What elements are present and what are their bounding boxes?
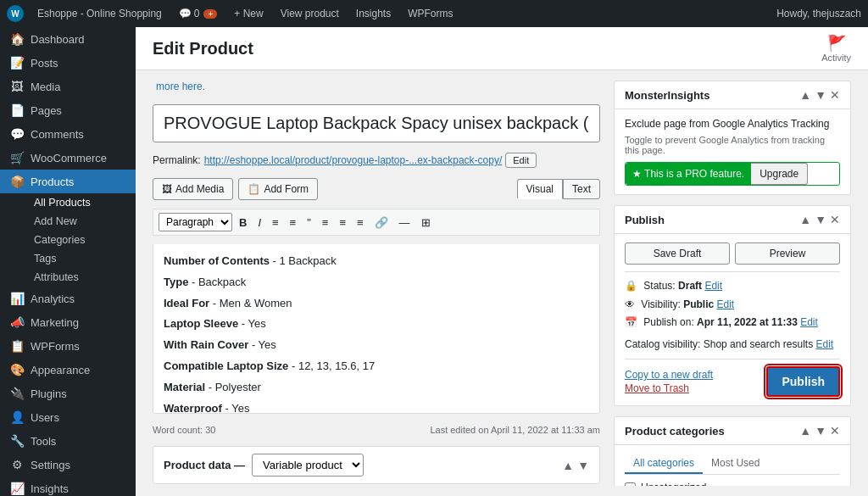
publish-close-button[interactable]: ✕ (830, 213, 840, 226)
howdy-text: Howdy, thejuszach (776, 8, 861, 20)
align-center-button[interactable]: ≡ (335, 214, 350, 231)
word-count: Word count: 30 (153, 425, 215, 435)
content-area: more here. Permalink: http://eshoppe.loc… (136, 70, 868, 496)
sidebar-item-appearance[interactable]: 🎨 Appearance (0, 358, 136, 382)
view-product-link[interactable]: View product (274, 8, 346, 20)
permalink-url[interactable]: http://eshoppe.local/product/provogue-la… (204, 154, 503, 166)
catalog-edit-link[interactable]: Edit (815, 338, 833, 350)
sidebar-item-dashboard[interactable]: 🏠 Dashboard (0, 27, 136, 51)
product-cat-collapse-button[interactable]: ▲ (799, 424, 811, 437)
last-edited: Last edited on April 11, 2022 at 11:33 a… (430, 425, 600, 435)
align-right-button[interactable]: ≡ (353, 214, 368, 231)
wp-layout: 🏠 Dashboard 📝 Posts 🖼 Media 📄 Pages 💬 Co… (0, 27, 868, 496)
sidebar-item-users[interactable]: 👤 Users (0, 405, 136, 429)
sidebar-item-add-new[interactable]: Add New (25, 212, 136, 231)
preview-button[interactable]: Preview (735, 242, 840, 265)
sidebar-item-pages[interactable]: 📄 Pages (0, 98, 136, 122)
product-type-select[interactable]: Variable product (252, 454, 364, 476)
publish-expand-button[interactable]: ▼ (815, 213, 826, 226)
sidebar-item-categories[interactable]: Categories (25, 231, 136, 249)
more-here-link[interactable]: more here. (153, 81, 600, 96)
sidebar-item-settings[interactable]: ⚙ Settings (0, 453, 136, 476)
ul-button[interactable]: ≡ (268, 214, 283, 231)
insights-link[interactable]: Insights (349, 8, 398, 20)
sidebar-item-analytics[interactable]: 📊 Analytics (0, 287, 136, 310)
sidebar-item-insights[interactable]: 📈 Insights (0, 476, 136, 496)
posts-icon: 📝 (8, 56, 25, 70)
post-title-input[interactable] (153, 104, 600, 142)
bold-button[interactable]: B (235, 214, 251, 231)
sidebar-item-posts[interactable]: 📝 Posts (0, 51, 136, 75)
sidebar-item-tools[interactable]: 🔧 Tools (0, 429, 136, 453)
product-cat-close-button[interactable]: ✕ (830, 424, 840, 437)
mi-close-button[interactable]: ✕ (830, 88, 840, 102)
mi-collapse-button[interactable]: ▲ (799, 88, 811, 102)
product-cat-expand-button[interactable]: ▼ (815, 424, 826, 437)
editor-toolbar: Paragraph B I ≡ ≡ " ≡ ≡ ≡ 🔗 — ⊞ (153, 209, 600, 236)
monster-insights-header: MonsterInsights ▲ ▼ ✕ (615, 81, 850, 109)
visual-tab[interactable]: Visual (517, 179, 563, 199)
cat-tab-most-used[interactable]: Most Used (703, 454, 768, 474)
link-button[interactable]: 🔗 (370, 214, 392, 231)
sidebar-item-woocommerce[interactable]: 🛒 WooCommerce (0, 146, 136, 170)
wpforms-link[interactable]: WPForms (401, 8, 459, 20)
activity-button[interactable]: 🚩 Activity (821, 34, 851, 63)
sidebar-item-comments[interactable]: 💬 Comments (0, 122, 136, 146)
ol-button[interactable]: ≡ (286, 214, 301, 231)
table-button[interactable]: ⊞ (417, 214, 435, 231)
comments-link[interactable]: 💬 0 + (172, 8, 225, 20)
calendar-icon: 📅 (625, 316, 637, 328)
cat-tab-all[interactable]: All categories (625, 454, 703, 474)
publish-collapse-button[interactable]: ▲ (799, 213, 811, 226)
add-media-button[interactable]: 🖼 Add Media (153, 178, 233, 200)
sidebar-item-media[interactable]: 🖼 Media (0, 75, 136, 98)
text-tab[interactable]: Text (563, 179, 600, 199)
toggle-down-button[interactable]: ▼ (577, 459, 589, 472)
publish-action-row: Save Draft Preview (625, 242, 840, 265)
sidebar: 🏠 Dashboard 📝 Posts 🖼 Media 📄 Pages 💬 Co… (0, 27, 136, 496)
sidebar-item-marketing[interactable]: 📣 Marketing (0, 310, 136, 334)
save-draft-button[interactable]: Save Draft (625, 242, 730, 265)
toggle-up-button[interactable]: ▲ (562, 459, 574, 472)
sidebar-item-products[interactable]: 📦 Products (0, 170, 136, 193)
sidebar-item-all-products[interactable]: All Products (25, 193, 136, 212)
right-sidebar: MonsterInsights ▲ ▼ ✕ Exclude page from … (614, 81, 851, 486)
add-form-button[interactable]: 📋 Add Form (238, 178, 318, 200)
status-edit-link[interactable]: Edit (704, 280, 722, 292)
paragraph-select[interactable]: Paragraph (159, 213, 232, 231)
blockquote-button[interactable]: " (303, 214, 315, 231)
publish-button[interactable]: Publish (766, 366, 840, 397)
admin-bar: W Eshoppe - Online Shopping 💬 0 + + New … (0, 0, 868, 27)
lock-icon: 🔒 (625, 280, 637, 292)
sidebar-item-attributes[interactable]: Attributes (25, 268, 136, 287)
mi-expand-button[interactable]: ▼ (815, 88, 826, 102)
add-form-icon: 📋 (248, 183, 260, 195)
publish-meta: 🔒 Status: Draft Edit 👁 Visibility: Publi… (625, 277, 840, 354)
users-icon: 👤 (8, 410, 25, 424)
page-header: Edit Product 🚩 Activity (136, 27, 868, 70)
horizontal-rule-button[interactable]: — (395, 214, 415, 231)
add-media-icon: 🖼 (162, 183, 172, 195)
publish-on-row: 📅 Publish on: Apr 11, 2022 at 11:33 Edit (625, 314, 840, 332)
product-categories-header: Product categories ▲ ▼ ✕ (615, 417, 850, 445)
publish-on-edit-link[interactable]: Edit (800, 316, 818, 328)
mi-upgrade-button[interactable]: Upgrade (751, 163, 808, 185)
activity-icon: 🚩 (827, 34, 846, 53)
sidebar-item-tags[interactable]: Tags (25, 249, 136, 268)
site-name[interactable]: Eshoppe - Online Shopping (31, 8, 169, 20)
italic-button[interactable]: I (253, 214, 265, 231)
pages-icon: 📄 (8, 103, 25, 117)
copy-draft-link[interactable]: Copy to a new draft (625, 369, 713, 381)
sidebar-item-wpforms[interactable]: 📋 WPForms (0, 334, 136, 358)
new-link[interactable]: + New (227, 8, 270, 20)
comments-bubble: + (203, 9, 217, 19)
cat-checkbox-0[interactable] (625, 482, 636, 486)
visibility-edit-link[interactable]: Edit (717, 298, 735, 310)
editor-body[interactable]: Number of Contents - 1 BackpackType - Ba… (153, 244, 600, 414)
visual-text-tabs: Visual Text (517, 179, 600, 199)
align-left-button[interactable]: ≡ (318, 214, 333, 231)
move-trash-link[interactable]: Move to Trash (625, 382, 713, 394)
sidebar-item-plugins[interactable]: 🔌 Plugins (0, 382, 136, 405)
dashboard-icon: 🏠 (8, 32, 25, 46)
permalink-edit-button[interactable]: Edit (505, 153, 537, 168)
